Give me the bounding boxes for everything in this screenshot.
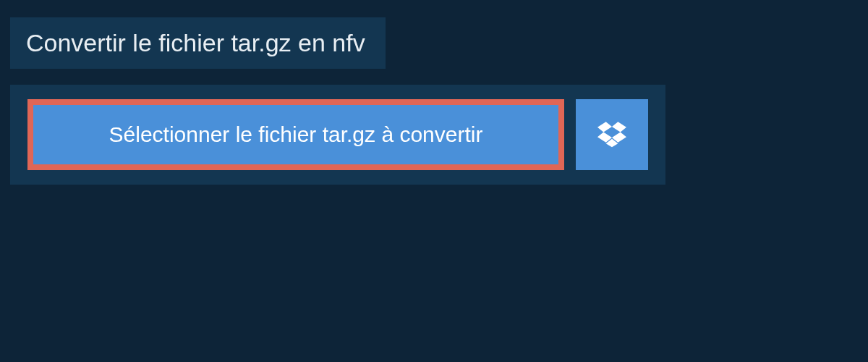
select-file-label: Sélectionner le fichier tar.gz à convert…	[109, 122, 483, 147]
title-bar: Convertir le fichier tar.gz en nfv	[10, 17, 386, 69]
select-file-button[interactable]: Sélectionner le fichier tar.gz à convert…	[27, 99, 564, 170]
page-title: Convertir le fichier tar.gz en nfv	[26, 29, 365, 57]
dropbox-button[interactable]	[576, 99, 648, 170]
dropbox-icon	[597, 119, 626, 151]
file-select-panel: Sélectionner le fichier tar.gz à convert…	[10, 85, 665, 185]
